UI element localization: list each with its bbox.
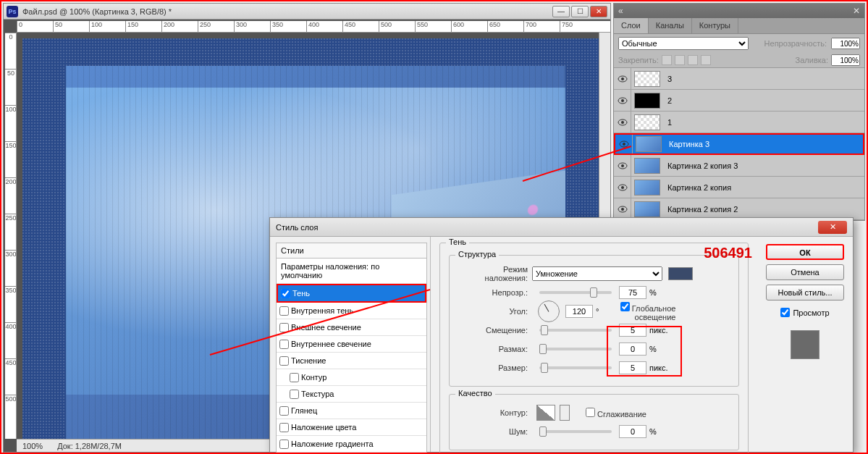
dialog-titlebar[interactable]: Стиль слоя ✕ <box>270 218 853 237</box>
style-item-наложение-градиента[interactable]: Наложение градиента <box>277 436 426 453</box>
visibility-eye-icon[interactable] <box>614 155 631 176</box>
style-checkbox[interactable] <box>279 306 289 316</box>
lock-brush-icon[interactable] <box>675 55 685 65</box>
style-label: Внешнее свечение <box>291 323 361 332</box>
angle-input[interactable] <box>565 305 593 318</box>
svg-point-5 <box>621 121 624 124</box>
layer-row[interactable]: 3 <box>614 68 864 90</box>
fill-label: Заливка: <box>796 56 828 64</box>
close-button[interactable]: ✕ <box>590 6 607 17</box>
style-label: Внутренняя тень <box>291 306 353 315</box>
fill-input[interactable] <box>831 54 860 66</box>
layer-name[interactable]: 1 <box>663 118 864 127</box>
layer-name[interactable]: 3 <box>663 75 864 83</box>
panel-collapse-icon[interactable]: « <box>614 6 628 16</box>
style-item-внешнее-свечение[interactable]: Внешнее свечение <box>277 319 426 336</box>
style-checkbox[interactable] <box>290 390 299 399</box>
tab-channels[interactable]: Каналы <box>649 18 692 33</box>
size-slider[interactable] <box>539 366 612 369</box>
size-label: Размер: <box>458 363 532 372</box>
layer-thumbnail <box>634 180 660 196</box>
preview-swatch <box>791 330 819 359</box>
layer-name[interactable]: 2 <box>663 96 864 105</box>
ok-button[interactable]: ОК <box>766 244 844 260</box>
svg-point-13 <box>621 208 624 211</box>
lock-all-icon[interactable] <box>701 55 711 65</box>
tab-paths[interactable]: Контуры <box>692 18 738 33</box>
style-checkbox[interactable] <box>290 373 299 382</box>
structure-legend: Структура <box>455 250 499 258</box>
layer-name[interactable]: Картинка 2 копия <box>663 183 864 192</box>
style-checkbox[interactable] <box>279 406 289 416</box>
new-style-button[interactable]: Новый стиль... <box>766 285 844 300</box>
blend-mode-select[interactable]: Обычные <box>618 37 749 50</box>
layer-name[interactable]: Картинка 2 копия 2 <box>663 205 864 214</box>
noise-slider[interactable] <box>539 430 612 433</box>
layer-row[interactable]: Картинка 3 <box>614 133 864 155</box>
style-item-внутренняя-тень[interactable]: Внутренняя тень <box>277 303 426 319</box>
style-item-тень[interactable]: Тень <box>277 284 426 303</box>
opacity-slider[interactable] <box>539 291 612 294</box>
style-item-внутреннее-свечение[interactable]: Внутреннее свечение <box>277 336 426 353</box>
antialias-checkbox[interactable] <box>586 408 595 417</box>
contour-label: Контур: <box>458 408 532 417</box>
noise-input[interactable] <box>619 425 646 438</box>
opacity-input[interactable] <box>831 38 860 49</box>
document-titlebar: Ps Файл.psd @ 100% (Картинка 3, RGB/8) *… <box>4 4 610 20</box>
distance-input[interactable] <box>619 324 646 337</box>
style-item-глянец[interactable]: Глянец <box>277 403 426 419</box>
style-checkbox[interactable] <box>279 440 289 449</box>
style-item-наложение-цвета[interactable]: Наложение цвета <box>277 419 426 436</box>
dialog-close-button[interactable]: ✕ <box>818 221 847 234</box>
style-item-тиснение[interactable]: Тиснение <box>277 353 426 369</box>
opacity-label: Непрозрачность: <box>764 39 827 48</box>
opacity-input[interactable] <box>619 286 646 299</box>
shadow-color-swatch[interactable] <box>668 267 693 280</box>
global-light-checkbox[interactable] <box>620 302 630 311</box>
layer-row[interactable]: 1 <box>614 112 864 133</box>
style-item-контур[interactable]: Контур <box>277 369 426 386</box>
style-checkbox[interactable] <box>279 423 289 432</box>
blending-defaults-item[interactable]: Параметры наложения: по умолчанию <box>277 258 426 284</box>
layer-name[interactable]: Картинка 3 <box>665 140 863 148</box>
maximize-button[interactable]: ☐ <box>571 6 589 17</box>
panel-close-icon[interactable]: ✕ <box>848 6 864 16</box>
style-checkbox[interactable] <box>279 340 289 349</box>
style-checkbox[interactable] <box>281 289 290 298</box>
cancel-button[interactable]: Отмена <box>766 264 844 280</box>
distance-slider[interactable] <box>539 329 612 332</box>
visibility-eye-icon[interactable] <box>614 112 631 133</box>
style-item-текстура[interactable]: Текстура <box>277 386 426 403</box>
spread-input[interactable] <box>619 342 646 356</box>
lock-move-icon[interactable] <box>688 55 698 65</box>
blend-mode-label: Режим наложения: <box>458 265 532 282</box>
quality-fieldset: Качество Контур: Сглаживание Шум: % <box>449 394 739 450</box>
zoom-value[interactable]: 100% <box>17 442 49 450</box>
layer-row[interactable]: 2 <box>614 90 864 112</box>
style-checkbox[interactable] <box>279 356 289 366</box>
style-checkbox[interactable] <box>279 323 289 332</box>
layer-row[interactable]: Картинка 2 копия 3 <box>614 155 864 177</box>
spread-slider[interactable] <box>539 348 612 350</box>
layer-thumbnail <box>634 158 660 174</box>
blend-mode-select[interactable]: Умножение <box>532 266 662 281</box>
contour-dropdown-button[interactable] <box>560 405 570 421</box>
lock-pixels-icon[interactable] <box>662 55 672 65</box>
visibility-eye-icon[interactable] <box>614 198 631 219</box>
layer-name[interactable]: Картинка 2 копия 3 <box>663 161 864 170</box>
contour-swatch[interactable] <box>536 405 555 421</box>
minimize-button[interactable]: ― <box>552 6 570 17</box>
layer-style-dialog: Стиль слоя ✕ Стили Параметры наложения: … <box>269 217 854 453</box>
style-label: Глянец <box>291 406 317 415</box>
lock-row: Закрепить: Заливка: <box>614 53 864 68</box>
size-input[interactable] <box>619 361 646 374</box>
layer-row[interactable]: Картинка 2 копия <box>614 177 864 198</box>
visibility-eye-icon[interactable] <box>614 177 631 198</box>
visibility-eye-icon[interactable] <box>615 135 633 154</box>
tab-layers[interactable]: Слои <box>614 18 649 33</box>
styles-header[interactable]: Стили <box>276 243 427 258</box>
angle-dial[interactable] <box>538 300 560 322</box>
preview-checkbox[interactable] <box>780 308 790 317</box>
visibility-eye-icon[interactable] <box>614 68 631 89</box>
visibility-eye-icon[interactable] <box>614 90 631 111</box>
